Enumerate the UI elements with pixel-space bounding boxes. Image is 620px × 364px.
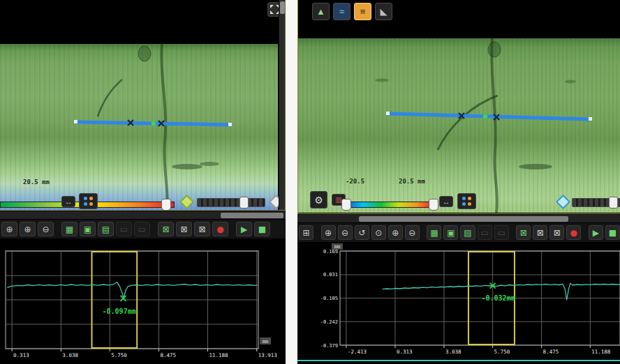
right-toolbar: ⊞⊕⊖↺⊙⊕⊖▦▣▤▭▭⊠⊠⊠●▶■ [297,222,620,242]
y-tick-label: -0.105 [320,296,338,301]
settings-gear-icon[interactable]: ⚙ [310,191,327,208]
measure-region-2-icon[interactable]: ⊠ [176,222,192,236]
surface-pit [138,46,151,61]
surface-scratch-curve [98,79,122,116]
grid-view-icon[interactable]: ▦ [61,222,78,236]
zoom-out-region-icon[interactable]: ⊖ [38,222,54,236]
toolbar-separator [422,232,425,233]
color-scale-handle-min[interactable] [341,199,351,211]
center-point-marker[interactable] [483,114,487,119]
zoom-reset-icon[interactable]: ↺ [355,225,369,240]
x-tick-label: -2.413 [348,349,367,355]
zoom-prev-icon[interactable]: ⊕ [388,225,403,240]
peak-mode-icon[interactable]: ◣ [375,3,392,20]
dots-glyph [462,197,471,206]
x-tick-label: 5.750 [111,352,127,358]
height-map-mode-icon[interactable]: ▲ [312,3,330,20]
right-profile-chart-svg: -2.4130.3133.0385.7508.47511.1880.1690.0… [297,242,620,364]
y-tick-label: -0.379 [320,343,338,349]
horizontal-scrollbar-thumb[interactable] [359,216,568,222]
horizontal-scrollbar-thumb[interactable] [221,213,283,218]
gear-glyph: ⚙ [314,195,323,206]
x-tick-label: 8.475 [543,349,559,355]
x-tick-label: 3.038 [445,349,462,355]
right-surface-image [298,38,620,213]
surface-scratch-curve [438,96,498,150]
range-min-readout: -20.5 [346,178,364,185]
x-tick-label: 3.038 [62,352,78,358]
line-endpoint-right[interactable] [589,117,592,121]
x-tick-label: 11.188 [209,352,228,358]
measurement-value-label: -0.032mm [482,294,515,302]
display-mode-toolbar: ▲≈≡◣ [312,3,392,20]
palette-dots-icon[interactable] [457,193,476,209]
left-toolbar: ⊕⊕⊖▦▣▤▭▭⊠⊠⊠●▶■ [0,219,286,238]
left-image-viewport[interactable]: 20.5 mm ↔ [0,0,286,211]
range-link-icon[interactable]: ↔ [61,196,75,207]
overlay-a-icon: ▭ [116,222,132,236]
capture-image-icon[interactable]: ▣ [443,225,458,240]
center-point-marker[interactable] [152,121,156,126]
profile-mode-icon[interactable]: ≈ [333,3,350,20]
range-link-icon[interactable]: ↔ [439,196,453,207]
panel-divider [286,0,297,364]
capture-image-icon[interactable]: ▣ [80,222,96,236]
layers-mode-icon[interactable]: ≡ [354,3,371,20]
blend-slider-thumb[interactable] [609,197,618,208]
measure-region-icon[interactable]: ⊠ [516,225,531,240]
left-view-panel: 20.5 mm ↔ ⊕⊕⊖▦▣▤▭▭⊠⊠⊠●▶■ 0.3133.0385.750… [0,0,286,364]
grid-view-icon[interactable]: ▦ [427,225,441,240]
color-scale-handle-max[interactable] [429,199,438,211]
right-surface-overlay [298,38,620,213]
profile-trace [7,282,257,298]
x-tick-label: 5.750 [494,349,510,355]
line-endpoint-left[interactable] [74,120,78,123]
zoom-fit-icon[interactable]: ⊙ [371,225,386,240]
measure-region-3-icon[interactable]: ⊠ [549,225,564,240]
measurement-line[interactable] [389,114,591,119]
x-tick-label: 13.913 [258,352,277,358]
palette-dots-icon[interactable] [79,193,98,209]
blend-slider[interactable] [572,198,620,207]
right-image-viewport[interactable]: ▲≈≡◣ ⚙ ▥ -20.5 20.5 mm ↔ [297,0,620,214]
y-tick-label: 0.031 [323,272,338,278]
zoom-next-icon[interactable]: ⊖ [405,225,420,240]
surface-smudge [519,164,552,169]
measure-region-2-icon[interactable]: ⊠ [533,225,547,240]
toolbar-separator [56,229,59,229]
line-endpoint-right[interactable] [228,123,232,126]
record-icon[interactable]: ● [566,225,581,240]
y-tick-label: -0.242 [320,319,338,325]
line-endpoint-left[interactable] [386,112,390,115]
overlay-b-icon: ▭ [134,222,150,236]
left-profile-chart: 0.3133.0385.7508.47511.18813.913mm-0.097… [0,241,286,364]
fit-view-icon[interactable]: ▤ [98,222,114,236]
measure-region-icon[interactable]: ⊠ [158,222,174,236]
measure-region-3-icon[interactable]: ⊠ [194,222,210,236]
color-scale-slider[interactable] [344,202,435,208]
export-report-icon[interactable]: ▶ [589,225,603,240]
surface-scratch-vertical [492,38,497,213]
blend-slider[interactable] [197,198,265,207]
color-scale-handle[interactable] [161,199,171,211]
surface-scratch-vertical [161,44,167,211]
x-tick-label: 0.313 [397,349,413,355]
vertical-scrollbar[interactable] [279,0,286,211]
zoom-out-icon[interactable]: ⊖ [338,225,353,240]
right-profile-chart: -2.4130.3133.0385.7508.47511.1880.1690.0… [297,242,620,364]
right-view-panel: ▲≈≡◣ ⚙ ▥ -20.5 20.5 mm ↔ ⊞⊕⊖↺⊙⊕⊖▦▣▤▭▭⊠⊠⊠… [297,0,620,364]
blend-slider-thumb[interactable] [239,197,249,208]
zoom-in-icon[interactable]: ⊕ [321,225,336,240]
surface-speckle [375,79,389,82]
export-report-icon[interactable]: ▶ [236,222,252,236]
pan-view-icon[interactable]: ⊞ [299,225,313,240]
export-data-icon[interactable]: ■ [254,222,270,236]
export-data-icon[interactable]: ■ [605,225,620,240]
vertical-scrollbar-thumb[interactable] [280,1,285,14]
fit-view-icon[interactable]: ▤ [460,225,475,240]
zoom-pan-icon[interactable]: ⊕ [1,222,17,236]
surface-smudge-2 [200,162,219,166]
x-tick-label: 8.475 [161,352,177,358]
record-icon[interactable]: ● [212,222,228,236]
zoom-in-region-icon[interactable]: ⊕ [20,222,36,236]
